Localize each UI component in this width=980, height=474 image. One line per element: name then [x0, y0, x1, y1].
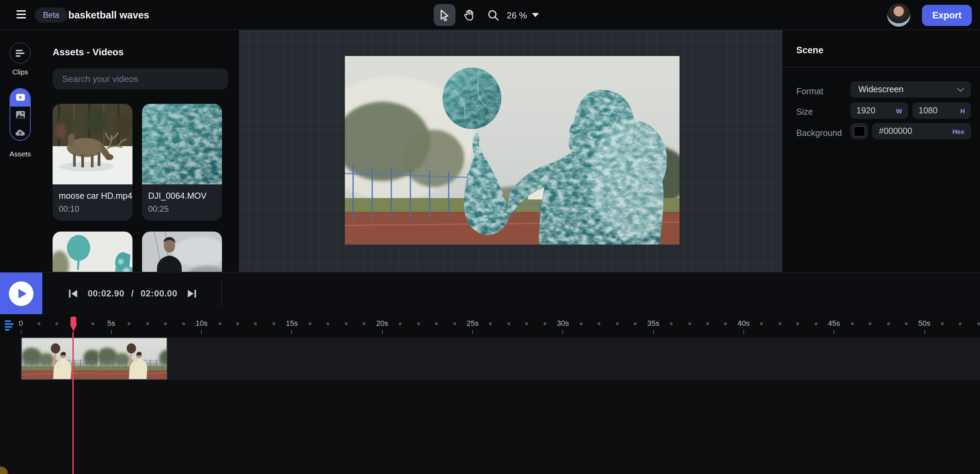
hex-suffix: Hex [952, 127, 964, 135]
export-button[interactable]: Export [922, 5, 972, 26]
video-asset-card[interactable]: DJI_0064.MOV 00:25 [142, 104, 222, 221]
ruler-tick-mark [653, 330, 654, 334]
assets-videos-tab[interactable] [10, 89, 30, 106]
hand-icon [463, 9, 474, 21]
ruler-second-dot [56, 322, 58, 325]
ruler-second-dot [706, 322, 709, 325]
ruler-second-dot [255, 322, 257, 325]
ruler-second-dot [778, 322, 781, 325]
ruler-tick-mark [292, 330, 292, 334]
ruler-second-dot [688, 322, 691, 325]
ruler-tick-mark [111, 330, 112, 334]
ruler-tick-mark [21, 330, 21, 334]
ruler-second-dot [508, 322, 510, 325]
assets-uploads-tab[interactable] [10, 124, 30, 141]
height-field[interactable]: H [912, 102, 971, 119]
ruler-second-dot [363, 322, 365, 325]
zoom-tool-button[interactable] [482, 4, 504, 26]
background-hex-field[interactable]: Hex [872, 123, 971, 139]
ruler-tick-label: 15s [286, 319, 298, 327]
transport-bar: 00:02.90 / 02:00.00 [0, 272, 980, 314]
scene-heading: Scene [796, 45, 824, 55]
video-duration: 00:25 [148, 204, 216, 214]
menu-icon[interactable] [16, 10, 26, 20]
play-icon [18, 289, 26, 299]
select-tool-button[interactable] [434, 4, 455, 26]
height-suffix: H [960, 107, 965, 115]
ruler-second-dot [399, 322, 402, 325]
ruler-tick-label: 5s [107, 319, 115, 327]
video-duration: 00:10 [59, 204, 126, 214]
assets-label: Assets [0, 150, 40, 158]
left-rail: Clips As [0, 30, 40, 272]
ruler-second-dot [851, 322, 853, 325]
ruler-second-dot [959, 322, 962, 325]
ruler-tick-mark [834, 330, 834, 334]
canvas-area[interactable] [239, 30, 782, 272]
ruler-second-dot [724, 322, 727, 325]
ruler-second-dot [760, 322, 763, 325]
current-time: 00:02.90 [88, 288, 124, 299]
height-input[interactable] [918, 106, 960, 115]
chevron-down-icon [957, 85, 964, 92]
ruler-tick-label: 35s [647, 319, 659, 327]
ruler-second-dot [598, 322, 600, 325]
clips-label: Clips [10, 68, 31, 76]
ruler-second-dot [182, 322, 185, 325]
width-input[interactable] [856, 106, 896, 115]
ruler-second-dot [327, 322, 329, 325]
ruler-second-dot [309, 322, 312, 325]
ruler-tick-label: 50s [918, 319, 931, 327]
clip-basketball-court[interactable] [21, 337, 167, 380]
skip-to-end-button[interactable] [185, 287, 199, 301]
user-avatar[interactable] [887, 3, 910, 27]
ruler-tick-mark [743, 330, 744, 334]
playhead-handle[interactable] [69, 316, 77, 332]
ruler-second-dot [489, 322, 492, 325]
video-preview-frame[interactable] [345, 56, 679, 245]
ruler-second-dot [905, 322, 908, 325]
ruler-second-dot [417, 322, 420, 325]
video-thumbnail-moose [52, 104, 132, 185]
ruler-tick-mark [563, 330, 563, 334]
ruler-second-dot [797, 322, 799, 325]
tracks-icon[interactable] [4, 320, 15, 332]
project-title[interactable]: basketball waves [68, 0, 149, 30]
composited-video [345, 56, 679, 245]
video-asset-card[interactable]: moose car HD.mp4 00:10 [52, 104, 132, 221]
cursor-icon [439, 9, 450, 21]
beta-badge: Beta [35, 8, 67, 22]
background-color-swatch[interactable] [850, 123, 868, 139]
ruler-tick-label: 45s [828, 319, 840, 327]
zoom-level-dropdown[interactable]: 26 % [507, 4, 538, 26]
pan-tool-button[interactable] [458, 4, 479, 26]
time-separator: / [131, 288, 134, 299]
app-window: Beta basketball waves 26 % Export [0, 0, 980, 474]
top-bar: Beta basketball waves 26 % Export [0, 0, 980, 30]
ruler-tick-label: 30s [557, 319, 569, 327]
ruler-second-dot [634, 322, 636, 325]
format-select[interactable]: Widescreen [850, 81, 971, 98]
ruler-second-dot [128, 322, 131, 325]
hex-input[interactable] [879, 126, 952, 136]
search-icon [487, 9, 499, 21]
video-asset-card[interactable] [52, 232, 132, 272]
ruler-second-dot [544, 322, 546, 325]
assets-images-tab[interactable] [10, 106, 30, 124]
ruler-second-dot [236, 322, 239, 325]
ruler-tick-mark [382, 330, 382, 334]
ruler-second-dot [218, 322, 221, 325]
timeline-ruler[interactable]: 05s10s15s20s25s30s35s40s45s50s [0, 314, 980, 337]
ruler-second-dot [941, 322, 944, 325]
video-icon [15, 94, 25, 102]
video-name: moose car HD.mp4 [59, 191, 126, 201]
sidebar-item-clips[interactable]: Clips [10, 42, 31, 76]
size-label: Size [796, 107, 813, 117]
search-input[interactable] [52, 68, 228, 89]
ruler-tick-label: 10s [195, 319, 208, 327]
video-asset-card[interactable] [142, 232, 222, 272]
skip-to-start-button[interactable] [66, 287, 80, 301]
assets-panel: Assets - Videos [40, 30, 239, 272]
width-field[interactable]: W [850, 102, 908, 119]
play-button[interactable] [0, 272, 42, 315]
